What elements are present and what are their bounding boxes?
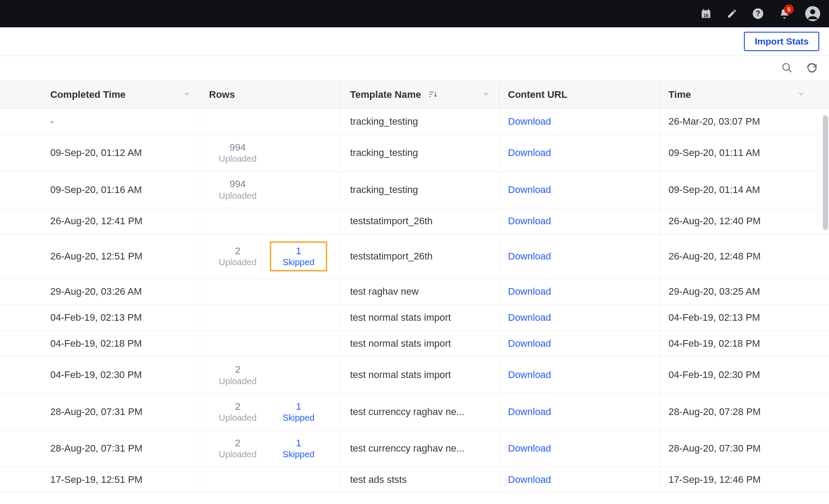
cell-template-name: tracking_testing <box>341 171 499 208</box>
cell-content-url: Download <box>499 135 660 171</box>
cell-completed-time: 09-Sep-20, 01:16 AM <box>37 171 200 208</box>
notification-badge: 5 <box>784 4 794 14</box>
col-header-label: Rows <box>209 89 235 100</box>
table-row: 04-Feb-19, 02:30 PM2Uploadedtest normal … <box>0 357 829 393</box>
cell-completed-time: 26-Aug-20, 12:51 PM <box>37 234 200 278</box>
cell-completed-time: 17-Sep-19, 12:51 PM <box>37 467 200 493</box>
uploaded-label: Uploaded <box>219 376 257 386</box>
col-header-rows[interactable]: Rows <box>200 81 341 108</box>
cell-template-name: test currenccy raghav ne... <box>341 430 499 467</box>
download-link[interactable]: Download <box>508 215 551 227</box>
help-icon[interactable]: ? <box>752 8 764 19</box>
uploaded-count: 994 <box>230 178 246 190</box>
profile-avatar-icon[interactable] <box>805 6 820 21</box>
cell-content-url: Download <box>499 305 660 330</box>
cell-completed-time: 04-Feb-19, 02:18 PM <box>37 331 200 356</box>
cell-content-url: Download <box>499 279 660 304</box>
cell-completed-time: - <box>37 109 200 134</box>
cell-rows: 2Uploaded1Skipped <box>200 234 341 278</box>
notifications-icon[interactable]: 5 <box>779 8 790 19</box>
import-stats-button[interactable]: Import Stats <box>744 32 819 51</box>
cell-rows: 2Uploaded1Skipped <box>200 430 341 467</box>
uploaded-label: Uploaded <box>219 257 257 267</box>
scrollbar-thumb[interactable] <box>823 115 828 230</box>
col-header-label: Completed Time <box>50 89 126 100</box>
cell-time: 09-Sep-20, 01:14 AM <box>660 171 814 208</box>
skipped-label: Skipped <box>283 257 314 267</box>
col-header-template-name[interactable]: Template Name <box>341 81 499 108</box>
table-toolbar <box>0 56 829 81</box>
table-header: Completed Time Rows Template Name Conten… <box>0 81 829 109</box>
cell-completed-time: 26-Aug-20, 12:41 PM <box>37 208 200 234</box>
col-header-content-url[interactable]: Content URL <box>499 81 660 108</box>
cell-content-url: Download <box>499 171 660 208</box>
cell-content-url: Download <box>499 467 660 493</box>
cell-template-name: test raghav new <box>341 279 499 304</box>
uploaded-label: Uploaded <box>219 412 257 423</box>
table-row: 28-Aug-20, 07:31 PM2Uploaded1Skippedtest… <box>0 430 829 467</box>
download-link[interactable]: Download <box>508 147 551 159</box>
svg-point-8 <box>783 63 789 70</box>
cell-rows: 994Uploaded <box>200 135 341 171</box>
skipped-block[interactable]: 1Skipped <box>270 401 327 423</box>
cell-time: 04-Feb-19, 02:13 PM <box>660 305 814 330</box>
search-icon[interactable] <box>781 62 793 75</box>
svg-text:?: ? <box>756 9 760 17</box>
cell-template-name: test normal stats import <box>341 305 499 330</box>
uploaded-block: 2Uploaded <box>209 364 266 386</box>
skipped-count: 1 <box>296 245 301 257</box>
table-row: 29-Aug-20, 03:26 AMtest raghav newDownlo… <box>0 279 829 305</box>
cell-rows <box>200 279 341 304</box>
calendar-icon[interactable]: 16 <box>700 8 712 19</box>
uploaded-block: 994Uploaded <box>209 178 266 200</box>
sort-indicator-icon[interactable] <box>428 91 437 98</box>
download-link[interactable]: Download <box>508 369 551 381</box>
svg-line-9 <box>788 69 792 72</box>
uploaded-count: 2 <box>235 364 240 375</box>
cell-template-name: test normal stats import <box>341 331 499 356</box>
sub-action-bar: Import Stats <box>0 27 829 56</box>
download-link[interactable]: Download <box>508 443 551 454</box>
download-link[interactable]: Download <box>508 116 551 127</box>
chevron-down-icon[interactable] <box>797 89 805 100</box>
refresh-icon[interactable] <box>806 62 818 75</box>
cell-completed-time: 04-Feb-19, 02:30 PM <box>37 357 200 393</box>
uploaded-count: 2 <box>235 437 240 449</box>
cell-completed-time: 28-Aug-20, 07:31 PM <box>37 430 200 467</box>
uploaded-block: 994Uploaded <box>209 142 266 164</box>
table-row: 26-Aug-20, 12:51 PM2Uploaded1Skippedtest… <box>0 234 829 279</box>
skipped-block[interactable]: 1Skipped <box>270 241 327 271</box>
table-row: 09-Sep-20, 01:12 AM994Uploadedtracking_t… <box>0 135 829 171</box>
svg-point-7 <box>810 9 815 14</box>
download-link[interactable]: Download <box>508 406 551 418</box>
col-header-completed-time[interactable]: Completed Time <box>37 81 200 108</box>
download-link[interactable]: Download <box>508 338 551 349</box>
table-row: 28-Aug-20, 07:31 PM2Uploaded1Skippedtest… <box>0 394 829 430</box>
col-header-time[interactable]: Time <box>660 81 814 108</box>
cell-time: 26-Aug-20, 12:40 PM <box>660 208 814 234</box>
skipped-count: 1 <box>296 437 301 449</box>
uploaded-block: 2Uploaded <box>209 401 266 423</box>
download-link[interactable]: Download <box>508 286 551 297</box>
skipped-block[interactable]: 1Skipped <box>270 437 327 460</box>
skipped-count: 1 <box>296 401 301 412</box>
edit-icon[interactable] <box>727 8 737 19</box>
download-link[interactable]: Download <box>508 474 551 485</box>
col-header-label: Time <box>668 89 691 100</box>
uploaded-label: Uploaded <box>219 153 257 164</box>
chevron-down-icon[interactable] <box>482 89 490 100</box>
table-row: 17-Sep-19, 12:51 PMtest ads ststsDownloa… <box>0 467 829 493</box>
cell-time: 26-Aug-20, 12:48 PM <box>660 234 814 278</box>
scrollbar-track[interactable] <box>821 27 829 493</box>
cell-template-name: test normal stats import <box>341 357 499 393</box>
top-nav-bar: 16 ? 5 <box>0 0 829 27</box>
download-link[interactable]: Download <box>508 312 551 323</box>
download-link[interactable]: Download <box>508 184 551 196</box>
cell-rows <box>200 331 341 356</box>
cell-rows: 2Uploaded <box>200 357 341 393</box>
chevron-down-icon[interactable] <box>183 89 191 100</box>
cell-content-url: Download <box>499 208 660 234</box>
cell-template-name: teststatimport_26th <box>341 208 499 234</box>
download-link[interactable]: Download <box>508 251 551 262</box>
cell-time: 29-Aug-20, 03:25 AM <box>660 279 814 304</box>
